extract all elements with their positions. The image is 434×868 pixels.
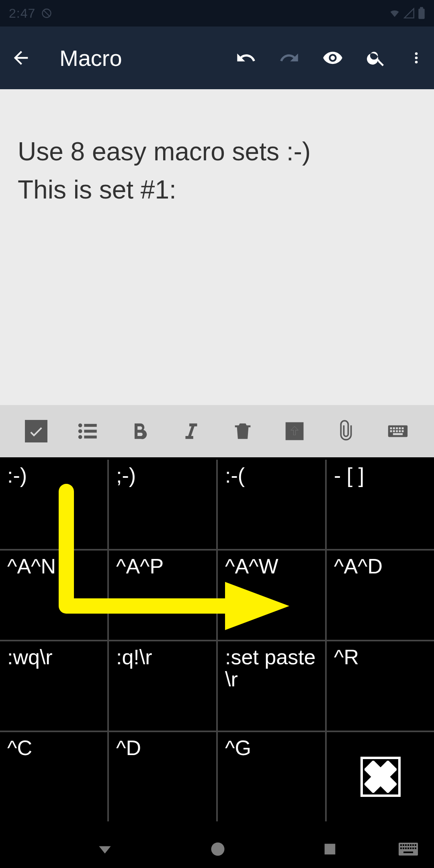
nav-recent-button[interactable] [322, 841, 338, 859]
svg-point-9 [78, 435, 82, 439]
svg-rect-22 [399, 430, 401, 432]
macro-key[interactable]: ;-) [109, 460, 216, 549]
svg-point-7 [78, 424, 82, 428]
svg-rect-15 [393, 427, 395, 429]
macro-key[interactable]: ^A^W [218, 551, 325, 640]
svg-point-5 [415, 57, 418, 59]
svg-rect-17 [399, 427, 401, 429]
system-nav-bar [0, 832, 434, 868]
square-icon [322, 841, 338, 857]
macro-key[interactable]: ^G [218, 732, 325, 821]
macro-key[interactable]: ^A^P [109, 551, 216, 640]
svg-rect-19 [390, 430, 392, 432]
svg-rect-41 [410, 848, 411, 849]
svg-rect-44 [403, 852, 413, 853]
macro-key[interactable]: ^R [327, 641, 434, 731]
nav-back-button[interactable] [96, 840, 114, 860]
svg-point-27 [211, 843, 224, 856]
svg-rect-37 [400, 848, 402, 849]
list-icon [76, 420, 100, 443]
preview-button[interactable] [322, 47, 343, 68]
search-icon [366, 47, 387, 68]
keyboard-icon [386, 420, 409, 443]
svg-rect-40 [407, 848, 409, 849]
bold-icon [128, 420, 151, 443]
arrow-left-icon [10, 47, 31, 68]
macro-key[interactable]: - [ ] [327, 460, 434, 549]
eye-icon [322, 47, 343, 68]
macro-key[interactable]: ^C [0, 732, 107, 821]
macro-key[interactable]: ^D [109, 732, 216, 821]
svg-rect-3 [420, 7, 423, 9]
close-box-icon [360, 757, 401, 797]
svg-rect-20 [393, 430, 395, 432]
macro-key[interactable]: :wq\r [0, 641, 107, 731]
paperclip-icon [334, 420, 358, 443]
wifi-icon [389, 8, 400, 19]
bold-button[interactable] [114, 420, 166, 443]
svg-rect-18 [401, 427, 403, 429]
italic-button[interactable] [166, 420, 217, 443]
svg-rect-35 [412, 844, 414, 846]
checkbox-checked-icon [25, 420, 47, 442]
svg-point-6 [415, 61, 418, 63]
macro-key[interactable]: :-( [218, 460, 325, 549]
battery-icon [418, 7, 425, 20]
signal-icon [403, 8, 415, 19]
macro-key[interactable]: :-) [0, 460, 107, 549]
status-time: 2:47 [9, 6, 35, 21]
svg-line-1 [44, 10, 49, 16]
undo-icon [235, 47, 256, 68]
dnd-icon [41, 8, 52, 19]
svg-rect-33 [407, 844, 409, 846]
trash-icon [231, 420, 254, 443]
svg-rect-39 [405, 848, 407, 849]
svg-rect-12 [84, 436, 96, 438]
editor-area[interactable]: Use 8 easy macro sets :-) This is set #1… [0, 89, 434, 405]
svg-rect-23 [401, 430, 403, 432]
svg-rect-11 [84, 430, 96, 432]
svg-rect-43 [415, 848, 416, 849]
more-vert-icon [409, 47, 424, 68]
status-bar: 2:47 [0, 0, 434, 27]
checkbox-button[interactable] [10, 420, 62, 442]
svg-rect-2 [418, 8, 424, 19]
keyboard-small-icon [399, 842, 418, 856]
search-button[interactable] [366, 47, 387, 68]
app-bar: Macro [0, 27, 434, 89]
svg-rect-32 [405, 844, 407, 846]
back-button[interactable] [10, 47, 39, 68]
export-button[interactable] [269, 420, 321, 443]
svg-rect-16 [396, 427, 398, 429]
svg-rect-38 [403, 848, 404, 849]
nav-home-button[interactable] [209, 840, 227, 860]
undo-button[interactable] [235, 47, 256, 68]
macro-keyboard: :-) ;-) :-( - [ ] ^A^N ^A^P ^A^W ^A^D :w… [0, 457, 434, 821]
format-toolbar [0, 405, 434, 457]
macro-key[interactable]: ^A^D [327, 551, 434, 640]
svg-point-8 [78, 429, 82, 433]
editor-text: Use 8 easy macro sets :-) This is set #1… [18, 133, 416, 209]
svg-rect-21 [396, 430, 398, 432]
list-button[interactable] [62, 420, 114, 443]
macro-close-key[interactable] [327, 732, 434, 821]
redo-button [279, 47, 300, 68]
macro-key[interactable]: :set paste\r [218, 641, 325, 731]
svg-rect-31 [403, 844, 404, 846]
svg-rect-24 [393, 433, 403, 435]
triangle-down-icon [96, 840, 114, 858]
keyboard-button[interactable] [372, 420, 424, 443]
svg-rect-34 [410, 844, 411, 846]
svg-point-4 [415, 52, 418, 55]
macro-key[interactable]: :q!\r [109, 641, 216, 731]
macro-key[interactable]: ^A^N [0, 551, 107, 640]
attach-button[interactable] [320, 420, 372, 443]
overflow-button[interactable] [409, 47, 424, 68]
redo-icon [279, 47, 300, 68]
nav-ime-button[interactable] [399, 842, 418, 858]
circle-icon [209, 840, 227, 858]
svg-rect-10 [84, 424, 96, 427]
delete-button[interactable] [217, 420, 269, 443]
svg-rect-30 [400, 844, 402, 846]
page-title: Macro [59, 45, 122, 71]
